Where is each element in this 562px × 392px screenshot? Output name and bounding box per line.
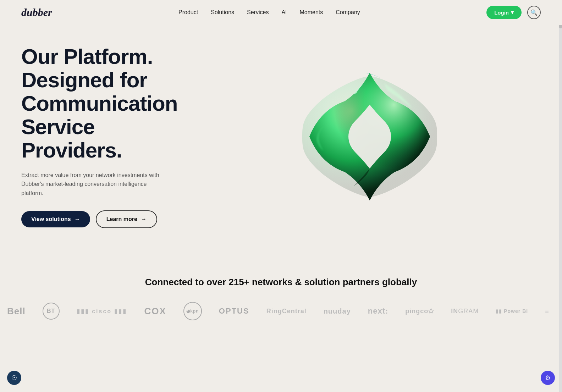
partner-powerbi: ▮▮ Power BI (496, 308, 528, 314)
partner-bell: Bell (7, 306, 26, 317)
partners-logos: Bell BT ▮▮▮ cisco ▮▮▮ COX ◕kpn OPTUS Rin… (0, 302, 562, 320)
login-button[interactable]: Login ▾ (486, 6, 522, 19)
partner-ringcentral: RingCentral (266, 308, 307, 315)
logo[interactable]: dubber (21, 6, 52, 18)
partner-extra: ≡ (545, 308, 549, 315)
partner-next: next: (368, 307, 389, 316)
navbar: dubber Product Solutions Services AI Mom… (0, 0, 562, 25)
nav-company[interactable]: Company (336, 9, 360, 15)
partners-section: Connected to over 215+ networks & soluti… (0, 255, 562, 331)
nav-services[interactable]: Services (247, 9, 269, 15)
partners-title: Connected to over 215+ networks & soluti… (0, 277, 562, 288)
hero-3d-shape (288, 55, 451, 218)
chat-icon[interactable]: ⚙ (541, 371, 555, 385)
hero-title: Our Platform. Designed for Communication… (21, 45, 199, 162)
partner-cox: COX (144, 306, 166, 317)
view-solutions-button[interactable]: View solutions → (21, 211, 90, 227)
partner-nuuday: nuuday (324, 307, 351, 315)
nav-moments[interactable]: Moments (300, 9, 323, 15)
partner-bt: BT (43, 303, 60, 320)
nav-product[interactable]: Product (178, 9, 198, 15)
scrollbar[interactable] (559, 0, 562, 392)
partner-pingco: pingco✩ (405, 307, 434, 315)
nav-links: Product Solutions Services AI Moments Co… (178, 9, 360, 16)
search-icon: 🔍 (530, 9, 538, 16)
partner-cisco: ▮▮▮ cisco ▮▮▮ (77, 308, 127, 315)
nav-solutions[interactable]: Solutions (211, 9, 234, 15)
hero-content: Our Platform. Designed for Communication… (21, 45, 199, 228)
partner-optus: OPTUS (219, 307, 249, 316)
hero-buttons: View solutions → Learn more → (21, 210, 199, 228)
search-button[interactable]: 🔍 (527, 6, 541, 19)
hero-subtitle: Extract more value from your network inv… (21, 171, 163, 198)
nav-ai[interactable]: AI (281, 9, 287, 15)
hero-visual (199, 48, 541, 225)
partner-ingram: INGRAM (451, 308, 479, 315)
nav-right: Login ▾ 🔍 (486, 6, 541, 19)
partner-kpn: ◕kpn (183, 302, 202, 320)
hero-section: Our Platform. Designed for Communication… (0, 25, 562, 255)
learn-more-button[interactable]: Learn more → (96, 210, 157, 228)
accessibility-icon[interactable]: ☉ (7, 371, 21, 385)
